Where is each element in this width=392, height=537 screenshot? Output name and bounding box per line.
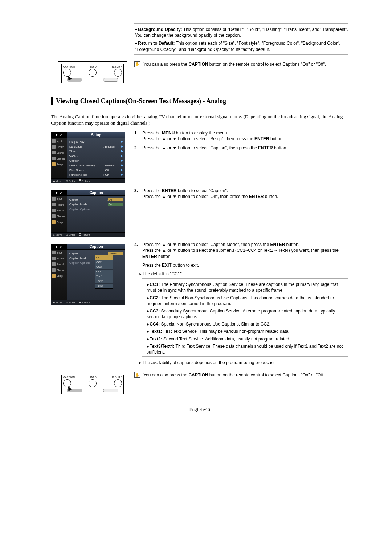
setup-icon <box>52 220 56 224</box>
dropdown-item: CC3 <box>95 265 113 270</box>
osd-tv-tag: T V <box>51 132 67 138</box>
step-text: button. <box>269 136 284 141</box>
menu-value-selected: Off <box>108 198 123 201</box>
remote-btn-rsurf-label: R.SURF <box>112 376 122 379</box>
menu-label: Caption <box>69 252 107 255</box>
dropdown-item-selected: CC1 <box>95 255 113 260</box>
note-text: The default is "CC1". <box>143 271 183 276</box>
menu-label: Function Help <box>69 173 102 177</box>
remote-btn-caption-label: CAPTION <box>63 65 75 68</box>
osd-foot-move: Move <box>53 233 62 237</box>
setup-icon <box>52 274 56 278</box>
step-bold: ENTER <box>142 254 157 259</box>
channel-icon <box>52 214 56 218</box>
remote-btn-info <box>89 69 97 77</box>
page-number: English-46 <box>51 407 348 412</box>
osd-sidebar: Input Picture Sound Channel Setup <box>51 250 67 300</box>
remote-btn-rsurf-label: R.SURF <box>112 65 122 68</box>
menu-value-selected: Default <box>108 252 123 255</box>
channel-icon <box>52 268 56 272</box>
sound-icon <box>52 262 56 266</box>
caption-remote-note: ✋ You can also press the CAPTION button … <box>134 61 348 67</box>
remote-diagram: CAPTION INFO R.SURF <box>58 372 127 397</box>
side-label: Setup <box>57 221 63 223</box>
step-bold: MENU <box>162 130 175 136</box>
options-list: Background Opacity: This option consists… <box>134 27 348 52</box>
side-label: Setup <box>57 275 63 277</box>
option-label: Background Opacity: <box>138 27 182 32</box>
side-label: Picture <box>57 203 64 206</box>
step-1: 1. Press the MENU button to display the … <box>134 130 348 142</box>
step-text: button. <box>273 145 287 150</box>
dropdown-item: Text3 <box>95 284 113 288</box>
cc-text: Special Non-Synchronous Use Captions. Si… <box>160 322 270 327</box>
cc-text: Third Text Service. These data channels … <box>147 344 343 355</box>
menu-value: : Off <box>102 169 120 172</box>
menu-value: : English <box>102 145 120 148</box>
cc-label: CC2: <box>150 295 160 300</box>
osd-tv-tag: T V <box>51 190 67 196</box>
step-bold: ENTER <box>270 242 285 247</box>
menu-value: : On <box>102 173 120 177</box>
note-bold: CAPTION <box>188 62 208 67</box>
note-text: button on the remote control to select C… <box>208 62 326 67</box>
dropdown-item: Text2 <box>95 279 113 284</box>
dropdown-item: CC2 <box>95 260 113 265</box>
option-bg-opacity: Background Opacity: This option consists… <box>134 27 348 38</box>
remote-pill <box>103 389 118 392</box>
osd-main: Caption:Default Caption Mode: Caption Op… <box>67 250 125 300</box>
text34-desc: Text3/Text4: Third Text Service. These d… <box>147 343 348 355</box>
step-text: Press the <box>142 130 162 136</box>
step-text: button. <box>157 254 172 259</box>
dropdown-item: CC4 <box>95 270 113 274</box>
availability-note: The availability of captions depends on … <box>139 360 348 366</box>
side-label: Picture <box>57 257 64 260</box>
osd-caption-onoff: T V Caption Input Picture Sound Channel … <box>51 190 125 237</box>
step-bold: ENTER <box>249 194 264 199</box>
manual-page: Background Opacity: This option consists… <box>0 0 392 427</box>
picture-icon <box>52 203 56 206</box>
menu-label: Blue Screen <box>69 169 102 172</box>
step-bold: ENTER <box>254 136 269 141</box>
menu-label: Language <box>69 145 102 148</box>
remote-btn-info <box>89 379 97 387</box>
menu-value: : Medium <box>102 164 120 167</box>
option-label: Return to Default: <box>138 41 175 46</box>
setup-icon <box>52 162 56 166</box>
channel-icon <box>52 157 56 160</box>
step-bold: ENTER <box>162 188 177 193</box>
caption-remote-note-bottom: ✋ You can also press the CAPTION button … <box>134 372 348 378</box>
remote-icon: ✋ <box>134 61 140 67</box>
input-icon <box>52 197 56 201</box>
osd-caption-mode: T V Caption Input Picture Sound Channel … <box>51 244 125 305</box>
osd-tv-tag: T V <box>51 244 67 250</box>
side-label: Sound <box>57 263 64 266</box>
side-label: Input <box>57 140 62 142</box>
remote-btn-rsurf <box>114 379 122 387</box>
remote-btn-caption-label: CAPTION <box>63 376 75 379</box>
osd-foot-enter: Enter <box>66 301 75 304</box>
osd-setup-menu: T V Setup Input Picture Sound Channel Se… <box>51 132 125 183</box>
osd-foot-return: Return <box>79 233 90 237</box>
picture-icon <box>52 145 56 149</box>
cc-label: Text3/Text4: <box>150 344 174 349</box>
menu-label: Time <box>69 150 120 153</box>
text2-desc: Text2: Second Text Service. Additional d… <box>147 336 348 342</box>
side-label: Channel <box>57 215 65 218</box>
remote-btn-info-label: INFO <box>90 376 97 379</box>
step-bold: ENTER <box>258 145 273 150</box>
remote-diagram: CAPTION INFO R.SURF <box>58 61 127 86</box>
menu-label: Menu Transparency <box>69 164 102 167</box>
menu-label: Plug & Play <box>69 140 120 144</box>
remote-btn-rsurf <box>114 69 122 77</box>
picture-icon <box>52 257 56 260</box>
dropdown-item: Text1 <box>95 274 113 279</box>
osd-sidebar: Input Picture Sound Channel Setup <box>51 196 67 232</box>
step-text: button. <box>264 194 278 199</box>
step-text: button to exit. <box>172 263 199 268</box>
note-text: button on the remote control to select C… <box>208 372 323 377</box>
side-label: Input <box>57 198 62 200</box>
input-icon <box>52 251 56 254</box>
step-text: button. <box>285 242 299 247</box>
menu-label: Caption Mode <box>69 203 107 206</box>
